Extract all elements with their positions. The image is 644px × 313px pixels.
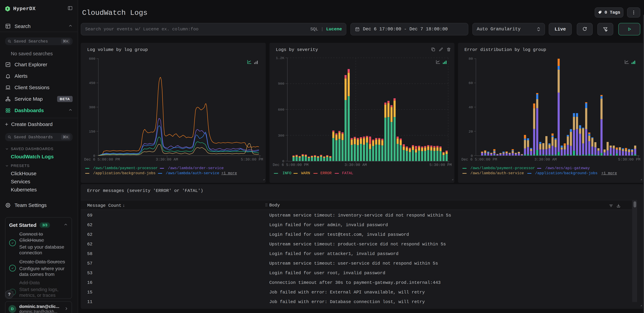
svg-text:0: 0: [93, 154, 95, 158]
svg-text:1.2K: 1.2K: [276, 56, 284, 60]
svg-text:60: 60: [469, 81, 473, 85]
svg-text:300: 300: [278, 134, 284, 138]
svg-text:600: 600: [278, 108, 284, 112]
svg-text:150: 150: [89, 130, 95, 134]
svg-text:40: 40: [469, 105, 473, 109]
svg-text:450: 450: [89, 81, 95, 85]
svg-text:900: 900: [278, 82, 284, 86]
svg-text:0: 0: [471, 154, 473, 158]
svg-text:300: 300: [89, 105, 95, 109]
svg-text:20: 20: [469, 130, 473, 134]
svg-text:80: 80: [469, 57, 473, 61]
svg-text:0: 0: [282, 159, 284, 163]
svg-text:600: 600: [89, 57, 95, 61]
